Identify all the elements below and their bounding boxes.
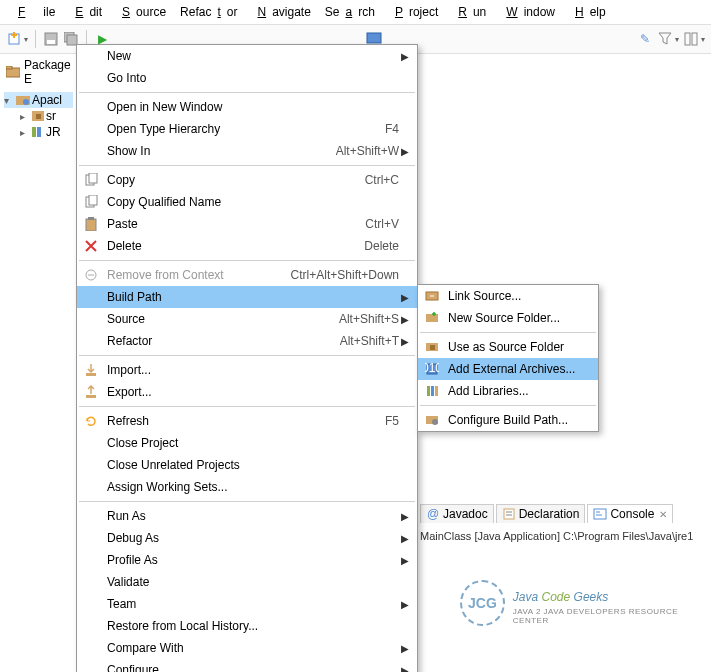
new-icon[interactable]	[6, 31, 22, 47]
blank-icon	[81, 596, 101, 612]
ctx-delete[interactable]: DeleteDelete	[77, 235, 417, 257]
menu-label: Refresh	[107, 414, 365, 428]
menu-label: Open Type Hierarchy	[107, 122, 365, 136]
close-icon[interactable]: ✕	[659, 509, 667, 520]
ctx-run-as[interactable]: Run As▶	[77, 505, 417, 527]
svg-rect-10	[692, 33, 697, 45]
menu-window[interactable]: Window	[494, 3, 561, 21]
svg-rect-40	[504, 509, 514, 519]
svg-rect-16	[36, 114, 41, 119]
filter-icon[interactable]	[657, 31, 673, 47]
ctx-copy-qualified-name[interactable]: Copy Qualified Name	[77, 191, 417, 213]
sub-add-libraries-[interactable]: Add Libraries...	[418, 380, 598, 402]
menu-run[interactable]: Run	[446, 3, 492, 21]
svg-rect-26	[86, 373, 96, 376]
ctx-debug-as[interactable]: Debug As▶	[77, 527, 417, 549]
menu-source[interactable]: Source	[110, 3, 172, 21]
menu-file[interactable]: File	[6, 3, 61, 21]
menu-label: Show In	[107, 144, 316, 158]
ctx-copy[interactable]: CopyCtrl+C	[77, 169, 417, 191]
ctx-paste[interactable]: PasteCtrl+V	[77, 213, 417, 235]
package-explorer-icon	[6, 66, 20, 78]
ctx-open-in-new-window[interactable]: Open in New Window	[77, 96, 417, 118]
shortcut: Alt+Shift+S	[339, 312, 399, 326]
refresh-icon	[81, 413, 101, 429]
svg-rect-27	[86, 395, 96, 398]
ctx-show-in[interactable]: Show InAlt+Shift+W▶	[77, 140, 417, 162]
sub-configure-build-path-[interactable]: Configure Build Path...	[418, 409, 598, 431]
menu-label: Restore from Local History...	[107, 619, 399, 633]
link-icon	[422, 288, 442, 304]
ctx-validate[interactable]: Validate	[77, 571, 417, 593]
submenu-arrow-icon: ▶	[399, 599, 409, 610]
ctx-restore-from-local-history-[interactable]: Restore from Local History...	[77, 615, 417, 637]
menu-label: Use as Source Folder	[448, 340, 580, 354]
blank-icon	[81, 99, 101, 115]
ctx-refresh[interactable]: RefreshF5	[77, 410, 417, 432]
svg-rect-17	[32, 127, 36, 137]
console-icon	[593, 507, 607, 521]
tab-declaration[interactable]: Declaration	[496, 504, 586, 523]
ctx-source[interactable]: SourceAlt+Shift+S▶	[77, 308, 417, 330]
menu-label: Configure	[107, 663, 399, 672]
blank-icon	[81, 508, 101, 524]
submenu-arrow-icon: ▶	[399, 511, 409, 522]
submenu-arrow-icon: ▶	[399, 555, 409, 566]
ctx-configure[interactable]: Configure▶	[77, 659, 417, 672]
blank-icon	[81, 333, 101, 349]
ctx-build-path[interactable]: Build Path▶	[77, 286, 417, 308]
tree-item-jre[interactable]: ▸ JR	[4, 124, 73, 140]
menu-label: Copy Qualified Name	[107, 195, 399, 209]
menu-label: Refactor	[107, 334, 320, 348]
menu-search[interactable]: Search	[319, 3, 381, 21]
menu-refactor[interactable]: Refactor	[174, 3, 243, 21]
paste-icon	[81, 216, 101, 232]
wand-icon[interactable]: ✎	[637, 31, 653, 47]
ctx-close-project[interactable]: Close Project	[77, 432, 417, 454]
menu-edit[interactable]: Edit	[63, 3, 108, 21]
ctx-import-[interactable]: Import...	[77, 359, 417, 381]
tree-item-src[interactable]: ▸ sr	[4, 108, 73, 124]
ctx-go-into[interactable]: Go Into	[77, 67, 417, 89]
menu-label: Link Source...	[448, 289, 580, 303]
menu-label: Configure Build Path...	[448, 413, 580, 427]
svg-rect-7	[367, 33, 381, 43]
ctx-compare-with[interactable]: Compare With▶	[77, 637, 417, 659]
menu-label: Copy	[107, 173, 345, 187]
blank-icon	[81, 640, 101, 656]
menu-navigate[interactable]: Navigate	[245, 3, 316, 21]
svg-rect-41	[594, 509, 606, 519]
tree-project[interactable]: ▾ Apacl	[4, 92, 73, 108]
tab-javadoc[interactable]: @Javadoc	[420, 504, 494, 523]
menu-label: Debug As	[107, 531, 399, 545]
ctx-new[interactable]: New▶	[77, 45, 417, 67]
package-explorer-title: Package E	[24, 58, 71, 86]
tab-console[interactable]: Console✕	[587, 504, 673, 523]
sub-link-source-[interactable]: Link Source...	[418, 285, 598, 307]
collapse-icon[interactable]: ▾	[4, 95, 14, 106]
ctx-refactor[interactable]: RefactorAlt+Shift+T▶	[77, 330, 417, 352]
ctx-close-unrelated-projects[interactable]: Close Unrelated Projects	[77, 454, 417, 476]
ctx-export-[interactable]: Export...	[77, 381, 417, 403]
save-icon[interactable]	[43, 31, 59, 47]
menu-help[interactable]: Help	[563, 3, 612, 21]
blank-icon	[81, 457, 101, 473]
ctx-profile-as[interactable]: Profile As▶	[77, 549, 417, 571]
menu-label: Assign Working Sets...	[107, 480, 399, 494]
sub-add-external-archives-[interactable]: 010Add External Archives...	[418, 358, 598, 380]
ctx-assign-working-sets-[interactable]: Assign Working Sets...	[77, 476, 417, 498]
sub-use-as-source-folder[interactable]: Use as Source Folder	[418, 336, 598, 358]
ctx-open-type-hierarchy[interactable]: Open Type HierarchyF4	[77, 118, 417, 140]
expand-icon[interactable]: ▸	[20, 127, 30, 138]
menu-label: Paste	[107, 217, 345, 231]
expand-icon[interactable]: ▸	[20, 111, 30, 122]
menu-project[interactable]: Project	[383, 3, 444, 21]
layout-icon[interactable]	[683, 31, 699, 47]
bottom-tabs: @JavadocDeclarationConsole✕	[420, 504, 673, 523]
source-folder-icon	[32, 111, 44, 121]
sub-new-source-folder-[interactable]: New Source Folder...	[418, 307, 598, 329]
remove-icon	[81, 267, 101, 283]
menu-label: Go Into	[107, 71, 399, 85]
ctx-team[interactable]: Team▶	[77, 593, 417, 615]
menu-label: New Source Folder...	[448, 311, 580, 325]
